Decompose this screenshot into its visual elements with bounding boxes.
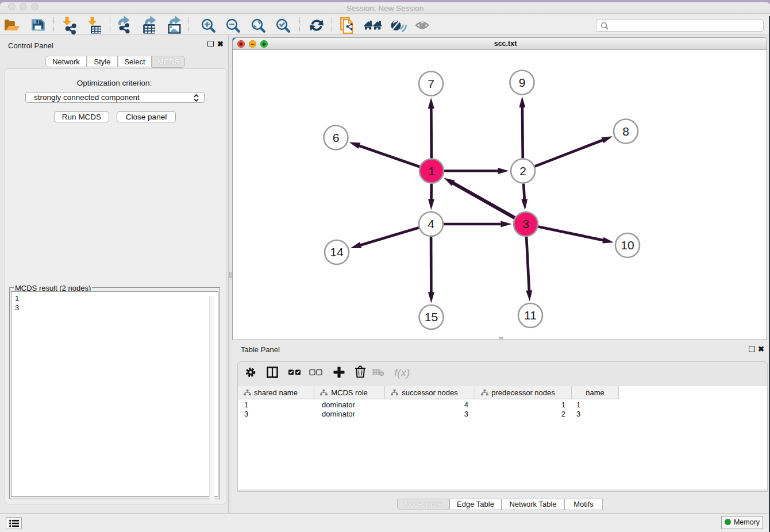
svg-text:6: 6 bbox=[333, 131, 340, 144]
svg-text:f(x): f(x) bbox=[394, 367, 410, 379]
svg-text:3: 3 bbox=[522, 217, 529, 230]
svg-text:4: 4 bbox=[428, 217, 434, 230]
svg-text:14: 14 bbox=[330, 245, 344, 259]
svg-text:15: 15 bbox=[425, 310, 438, 323]
svg-text:2: 2 bbox=[519, 164, 526, 178]
svg-text:9: 9 bbox=[519, 76, 526, 89]
svg-text:11: 11 bbox=[524, 309, 537, 322]
svg-text:10: 10 bbox=[621, 238, 634, 252]
svg-text:7: 7 bbox=[428, 77, 434, 90]
svg-text:1: 1 bbox=[428, 164, 435, 178]
svg-text:8: 8 bbox=[622, 125, 629, 138]
